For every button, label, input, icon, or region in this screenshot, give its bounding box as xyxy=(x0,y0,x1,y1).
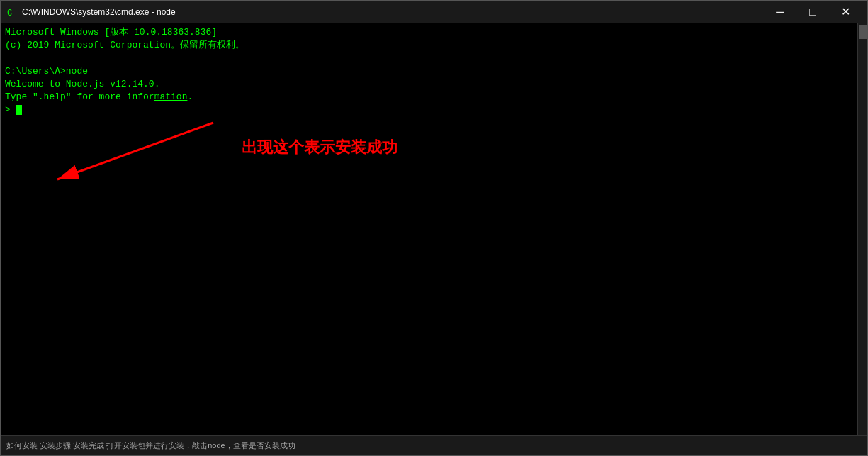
console-line-4: C:\Users\A>node xyxy=(5,65,863,78)
cursor xyxy=(16,105,22,115)
console-line-2: (c) 2019 Microsoft Corporation。保留所有权利。 xyxy=(5,39,863,52)
console-line-5: Welcome to Node.js v12.14.0. xyxy=(5,78,863,91)
bottom-bar: 如何安装 安装步骤 安装完成 打开安装包并进行安装，敲击node，查看是否安装成… xyxy=(1,435,867,455)
console-line-1: Microsoft Windows [版本 10.0.18363.836] xyxy=(5,26,863,39)
bottom-bar-text: 如何安装 安装步骤 安装完成 打开安装包并进行安装，敲击node，查看是否安装成… xyxy=(6,440,295,451)
cmd-window: C C:\WINDOWS\system32\cmd.exe - node ─ □… xyxy=(0,0,868,456)
maximize-button[interactable]: □ xyxy=(796,1,829,23)
minimize-button[interactable]: ─ xyxy=(764,1,796,23)
console-line-3 xyxy=(5,52,863,65)
title-bar: C C:\WINDOWS\system32\cmd.exe - node ─ □… xyxy=(1,1,867,23)
window-controls: ─ □ ✕ xyxy=(764,1,862,23)
scrollbar[interactable] xyxy=(857,23,867,435)
console-line-6: Type ".help" for more information. xyxy=(5,91,863,104)
svg-line-3 xyxy=(57,123,213,179)
window-title: C:\WINDOWS\system32\cmd.exe - node xyxy=(22,7,764,17)
console-output[interactable]: Microsoft Windows [版本 10.0.18363.836] (c… xyxy=(1,23,867,435)
svg-text:C: C xyxy=(7,9,12,18)
cmd-icon: C xyxy=(6,6,18,18)
close-button[interactable]: ✕ xyxy=(829,1,862,23)
annotation-text: 出现这个表示安装成功 xyxy=(242,137,398,159)
annotation-arrow xyxy=(22,116,235,201)
console-line-7: > xyxy=(5,104,863,116)
scrollbar-thumb[interactable] xyxy=(859,25,867,39)
